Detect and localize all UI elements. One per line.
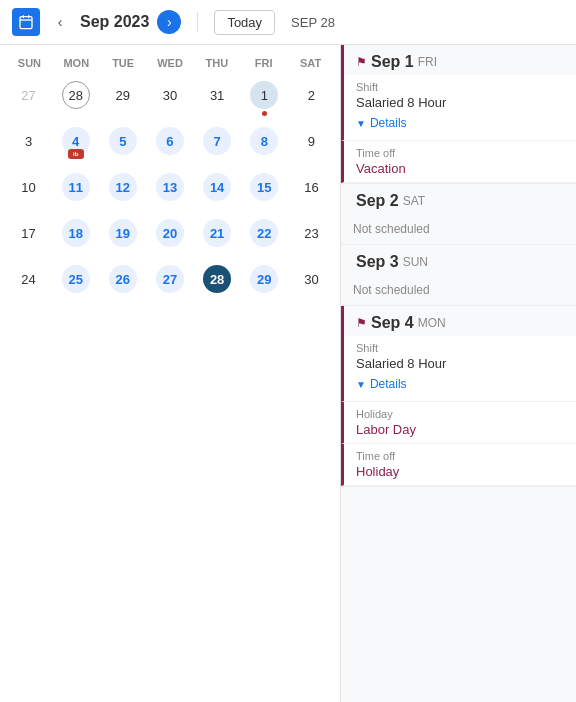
holiday-value: Labor Day [356,422,564,437]
calendar-cell-sep17[interactable]: 17 [6,215,51,259]
prev-month-button[interactable]: ‹ [48,10,72,34]
day-number[interactable]: 10 [15,173,43,201]
calendar-header: ‹ Sep 2023 › Today SEP 28 [0,0,576,45]
today-button[interactable]: Today [214,10,275,35]
day-number[interactable]: 7 [203,127,231,155]
chevron-down-icon: ▼ [356,379,366,390]
day-header-mon: MON [53,53,100,73]
day-number[interactable]: 28 [203,265,231,293]
calendar-cell-sep1[interactable]: 1 [242,77,287,121]
day-number[interactable]: 16 [297,173,325,201]
calendar-cell-sep18[interactable]: 18 [53,215,98,259]
day-number[interactable]: 6 [156,127,184,155]
day-number[interactable]: 2 [297,81,325,109]
day-number[interactable]: 5 [109,127,137,155]
calendar-cell-sep30[interactable]: 30 [289,261,334,305]
day-number[interactable]: 27 [156,265,184,293]
calendar-cell-sep21[interactable]: 21 [195,215,240,259]
day-number[interactable]: 29 [250,265,278,293]
day-number[interactable]: 26 [109,265,137,293]
day-num-sep3: Sep 3 [356,253,399,271]
calendar-cell-sep11[interactable]: 11 [53,169,98,213]
day-number[interactable]: 25 [62,265,90,293]
day-number[interactable]: 24 [15,265,43,293]
day-number[interactable]: 15 [250,173,278,201]
calendar-cell-sep14[interactable]: 14 [195,169,240,213]
day-number[interactable]: 19 [109,219,137,247]
day-number[interactable]: 17 [15,219,43,247]
calendar-cell-sep9[interactable]: 9 [289,123,334,167]
not-scheduled-sep2: Not scheduled [341,214,576,244]
calendar-cell-sep8[interactable]: 8 [242,123,287,167]
calendar-cell-sep26[interactable]: 26 [100,261,145,305]
calendar-cell-sep10[interactable]: 10 [6,169,51,213]
day-number[interactable]: 9 [297,127,325,155]
calendar-cell-aug31[interactable]: 31 [195,77,240,121]
day-number[interactable]: 18 [62,219,90,247]
calendar-cell-aug29[interactable]: 29 [100,77,145,121]
day-number[interactable]: 30 [156,81,184,109]
dot-red [262,111,267,116]
day-headers: SUN MON TUE WED THU FRI SAT [6,53,334,73]
calendar-cell-sep7[interactable]: 7 [195,123,240,167]
timeoff-label-sep4: Time off [356,450,564,462]
day-number[interactable]: 27 [15,81,43,109]
calendar-cell-sep16[interactable]: 16 [289,169,334,213]
details-button-sep4[interactable]: ▼ Details [356,373,564,395]
day-number[interactable]: 30 [297,265,325,293]
svg-rect-0 [20,17,32,29]
chevron-down-icon: ▼ [356,118,366,129]
details-button-sep1[interactable]: ▼ Details [356,112,564,134]
day-header-sep4: ⚑ Sep 4 MON [341,306,576,336]
day-header-sep1: ⚑ Sep 1 FRI [341,45,576,75]
day-number[interactable]: 22 [250,219,278,247]
day-number[interactable]: 8 [250,127,278,155]
calendar-cell-sep4[interactable]: 4 ib [53,123,98,167]
day-number[interactable]: 28 [62,81,90,109]
calendar-cell-sep24[interactable]: 24 [6,261,51,305]
calendar-cell-sep6[interactable]: 6 [147,123,192,167]
calendar-cell-sep12[interactable]: 12 [100,169,145,213]
day-number[interactable]: 20 [156,219,184,247]
calendar-cell-aug27[interactable]: 27 [6,77,51,121]
day-number[interactable]: 4 ib [62,127,90,155]
day-number[interactable]: 21 [203,219,231,247]
calendar-cell-sep22[interactable]: 22 [242,215,287,259]
calendar-cell-sep23[interactable]: 23 [289,215,334,259]
calendar-cell-sep27[interactable]: 27 [147,261,192,305]
day-number[interactable]: 11 [62,173,90,201]
calendar-cell-sep29[interactable]: 29 [242,261,287,305]
day-number[interactable]: 14 [203,173,231,201]
day-header-wed: WED [147,53,194,73]
day-number[interactable]: 3 [15,127,43,155]
header-divider [197,12,198,32]
day-number[interactable]: 23 [297,219,325,247]
calendar-cell-sep5[interactable]: 5 [100,123,145,167]
details-label-sep4: Details [370,377,407,391]
day-number[interactable]: 13 [156,173,184,201]
day-name-sep2: SAT [403,194,425,208]
shift-value-sep4: Salaried 8 Hour [356,356,564,371]
calendar-cell-sep25[interactable]: 25 [53,261,98,305]
day-header-sun: SUN [6,53,53,73]
month-title: Sep 2023 [80,13,149,31]
day-section-sep2: Sep 2 SAT Not scheduled [341,184,576,245]
calendar-cell-aug30[interactable]: 30 [147,77,192,121]
calendar-cell-sep3[interactable]: 3 [6,123,51,167]
calendar-cell-sep28[interactable]: 28 [195,261,240,305]
day-header-tue: TUE [100,53,147,73]
day-number[interactable]: 12 [109,173,137,201]
calendar-cell-sep15[interactable]: 15 [242,169,287,213]
day-number[interactable]: 29 [109,81,137,109]
current-date-label: SEP 28 [291,15,335,30]
calendar-cell-sep13[interactable]: 13 [147,169,192,213]
day-number[interactable]: 1 [250,81,278,109]
calendar-cell-sep2[interactable]: 2 [289,77,334,121]
calendar-cell-sep19[interactable]: 19 [100,215,145,259]
shift-event-sep1: Shift Salaried 8 Hour ▼ Details [341,75,576,141]
calendar-cell-aug28[interactable]: 28 [53,77,98,121]
day-header-thu: THU [193,53,240,73]
next-month-button[interactable]: › [157,10,181,34]
calendar-cell-sep20[interactable]: 20 [147,215,192,259]
day-number[interactable]: 31 [203,81,231,109]
